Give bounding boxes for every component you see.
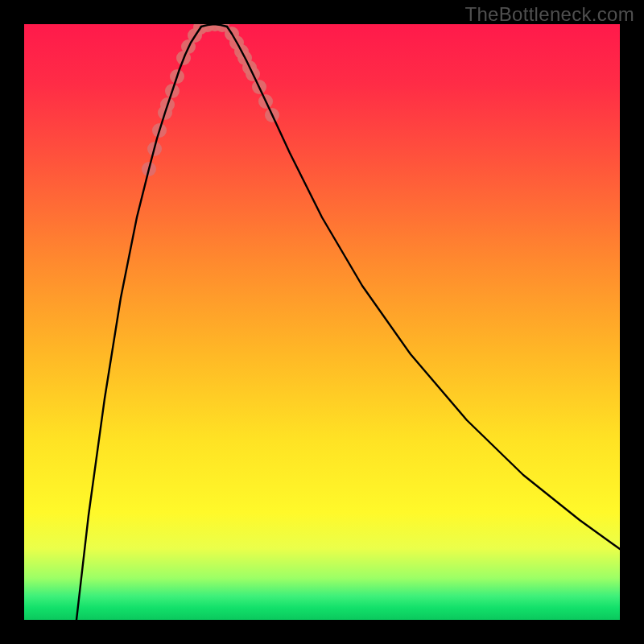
plot-area bbox=[24, 24, 620, 620]
curve-left bbox=[76, 27, 201, 620]
chart-svg bbox=[24, 24, 620, 620]
watermark-text: TheBottleneck.com bbox=[464, 3, 634, 26]
chart-frame: TheBottleneck.com bbox=[0, 0, 644, 644]
curve-right bbox=[227, 27, 620, 549]
